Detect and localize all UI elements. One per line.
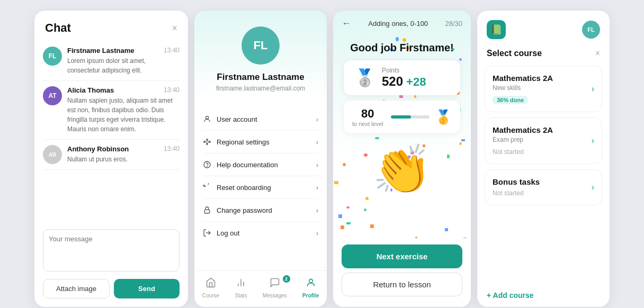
course-arrow-icon: ›	[592, 84, 594, 94]
add-course-label: + Add course	[487, 291, 534, 300]
settings-icon	[203, 138, 211, 146]
profile-menu-list: User account › Regional settings › Help …	[194, 103, 327, 270]
trophy-silver-icon: 🥈	[354, 68, 375, 88]
menu-label: Change password	[217, 206, 311, 214]
menu-label: Log out	[217, 229, 311, 237]
lock-icon	[203, 206, 211, 214]
menu-item[interactable]: User account ›	[203, 108, 318, 131]
user-icon	[203, 115, 211, 123]
menu-item[interactable]: Log out ›	[203, 222, 318, 244]
svg-rect-4	[209, 141, 210, 143]
profile-email: firstname.lastname@email.com	[216, 85, 305, 92]
message-text: Nullam sapien justo, aliquam sit amet es…	[67, 96, 180, 134]
send-button[interactable]: Send	[114, 279, 180, 298]
menu-item[interactable]: Reset onboarding ›	[203, 176, 318, 199]
message-time: 13:40	[164, 145, 180, 153]
course-card-subtitle: Exam prep	[493, 136, 587, 143]
message-input[interactable]	[43, 229, 180, 271]
course-progress-badge: 36% done	[493, 96, 528, 104]
nav-item-profile[interactable]: Profile	[302, 277, 319, 298]
menu-arrow-icon: ›	[316, 161, 318, 169]
select-course-title: Select course	[487, 49, 542, 58]
exercise-result-panel: ← Adding ones, 0-100 28/30 Good job Firs…	[333, 11, 471, 307]
svg-rect-1	[204, 141, 205, 143]
course-list: Mathematics 2A New skills 36% done › Mat…	[477, 66, 610, 282]
level-next-label: to next level	[352, 121, 383, 127]
message-content: Firstname Lastname 13:40 Lorem ipsum dol…	[67, 47, 180, 75]
help-icon	[203, 160, 211, 169]
menu-label: Help documentation	[217, 161, 311, 169]
course-card[interactable]: Bonus tasks Not started ›	[485, 169, 602, 205]
message-header: Anthony Robinson 13:40	[67, 145, 180, 153]
profile-icon	[306, 277, 316, 291]
chat-actions: Attach image Send	[43, 279, 180, 298]
logout-icon	[203, 229, 211, 237]
level-progress-bar-bg	[391, 115, 430, 119]
svg-rect-11	[204, 210, 209, 213]
course-card-content: Mathematics 2A Exam prep Not started	[493, 125, 587, 156]
menu-label: Regional settings	[217, 138, 311, 146]
chat-input-area: Attach image Send	[34, 223, 188, 307]
message-time: 13:40	[164, 86, 180, 94]
nav-label: Messages	[263, 293, 287, 298]
chat-title: Chat	[45, 21, 71, 35]
menu-arrow-icon: ›	[316, 138, 318, 146]
message-avatar: FL	[43, 47, 62, 66]
message-content: Anthony Robinson 13:40 Nullam ut purus e…	[67, 145, 180, 164]
message-avatar: AT	[43, 86, 62, 105]
nav-label: Stats	[235, 293, 247, 298]
select-course-header: Select course ×	[477, 44, 610, 66]
svg-point-0	[205, 116, 208, 119]
chat-message: AT Alicia Thomas 13:40 Nullam sapien jus…	[43, 81, 180, 140]
profile-name: Firstname Lastname	[217, 72, 304, 83]
level-bar-card: 80 to next level 🥇	[344, 101, 460, 133]
exercise-header: ← Adding ones, 0-100 28/30	[333, 11, 471, 37]
nav-item-stats[interactable]: Stats	[235, 277, 247, 298]
nav-item-messages[interactable]: 2 Messages	[263, 277, 287, 298]
message-time: 13:40	[164, 47, 180, 55]
profile-header: FL Firstname Lastname firstname.lastname…	[194, 11, 327, 103]
points-info: Points 520 +28	[382, 67, 450, 89]
reset-icon	[203, 183, 211, 192]
level-progress-bar-fill	[391, 115, 411, 119]
back-icon[interactable]: ←	[342, 18, 351, 29]
svg-point-10	[207, 166, 208, 167]
menu-arrow-icon: ›	[316, 115, 318, 123]
message-author: Alicia Thomas	[67, 86, 114, 94]
return-to-lesson-button[interactable]: Return to lesson	[342, 273, 462, 296]
attach-image-button[interactable]: Attach image	[43, 279, 110, 298]
course-card[interactable]: Mathematics 2A New skills 36% done ›	[485, 66, 602, 112]
clap-icon: 👏	[372, 142, 432, 197]
menu-arrow-icon: ›	[316, 206, 318, 214]
course-arrow-icon: ›	[592, 136, 594, 146]
menu-item[interactable]: Regional settings ›	[203, 131, 318, 153]
chat-message: FL Firstname Lastname 13:40 Lorem ipsum …	[43, 41, 180, 81]
points-card: 🥈 Points 520 +28	[344, 60, 460, 95]
exercise-title: Adding ones, 0-100	[368, 20, 428, 28]
next-exercise-button[interactable]: Next exercise	[342, 244, 462, 268]
exercise-progress: 28/30	[445, 20, 462, 28]
course-card-content: Mathematics 2A New skills 36% done	[493, 74, 587, 104]
user-avatar-small[interactable]: FL	[582, 21, 600, 39]
course-card-title: Mathematics 2A	[493, 74, 587, 83]
course-card-title: Mathematics 2A	[493, 125, 587, 134]
chat-message: AR Anthony Robinson 13:40 Nullam ut puru…	[43, 140, 180, 170]
menu-item[interactable]: Help documentation ›	[203, 153, 318, 176]
message-text: Lorem ipsum dolor sit amet, consectetur …	[67, 56, 180, 75]
good-job-heading: Good job Firstname!	[350, 42, 454, 54]
nav-badge: 2	[283, 275, 290, 283]
menu-arrow-icon: ›	[316, 229, 318, 237]
select-close-icon[interactable]: ×	[595, 49, 600, 58]
menu-label: User account	[217, 115, 311, 123]
menu-item[interactable]: Change password ›	[203, 199, 318, 222]
menu-label: Reset onboarding	[217, 184, 311, 192]
profile-menu-panel: FL Firstname Lastname firstname.lastname…	[194, 11, 327, 307]
points-gain: +28	[406, 75, 426, 89]
nav-item-course[interactable]: Course	[202, 277, 219, 298]
profile-nav-bar: Course Stats 2 Messages Profile	[194, 270, 327, 307]
course-card[interactable]: Mathematics 2A Exam prep Not started ›	[485, 117, 602, 164]
add-course-button[interactable]: + Add course	[477, 284, 610, 307]
app-logo: 📗	[487, 20, 506, 39]
close-icon[interactable]: ×	[172, 23, 177, 34]
points-label: Points	[382, 67, 450, 74]
